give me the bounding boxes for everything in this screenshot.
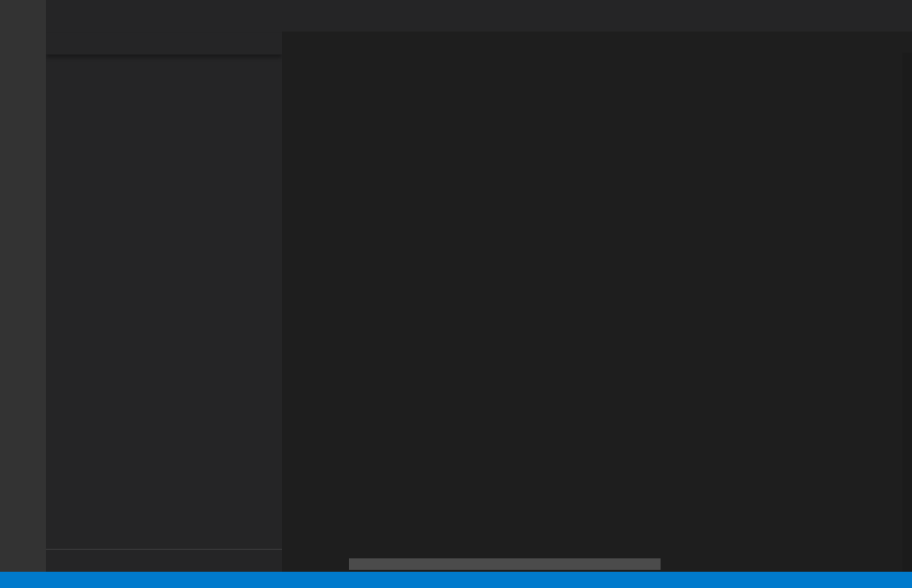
chevron-down-icon: [48, 36, 63, 52]
outline-section-header[interactable]: [46, 549, 282, 571]
explorer-sidebar: [46, 0, 282, 572]
code-editor[interactable]: [282, 53, 912, 572]
vscode-window: [0, 0, 912, 588]
workspace-section-header[interactable]: [46, 33, 282, 54]
tab-bar: [282, 0, 912, 32]
minimap[interactable]: [845, 53, 902, 167]
breadcrumb: [282, 32, 912, 53]
horizontal-scrollbar[interactable]: [349, 558, 661, 570]
editor-actions: [900, 0, 912, 32]
file-tree: [46, 54, 282, 547]
chevron-right-icon: [48, 553, 63, 568]
activity-bar: [0, 0, 46, 572]
vertical-scrollbar[interactable]: [902, 53, 912, 572]
status-bar: [0, 572, 912, 588]
sidebar-title-row: [46, 0, 282, 33]
